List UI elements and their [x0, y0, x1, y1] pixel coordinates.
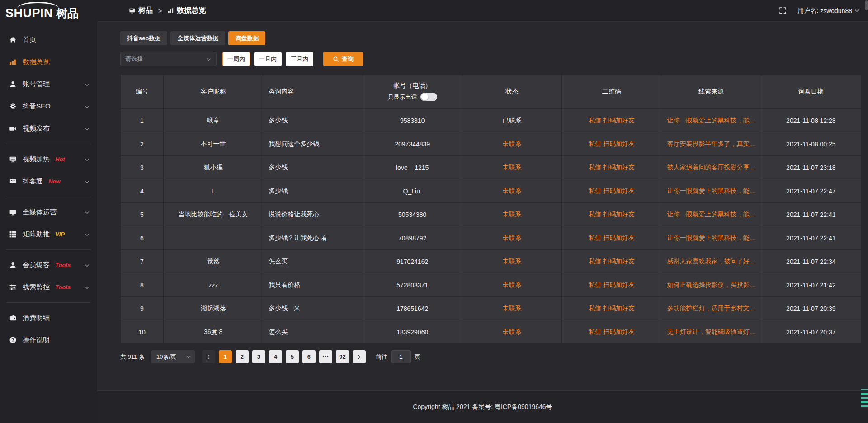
app-logo[interactable]: SHUPIN 树品 [0, 0, 97, 26]
page-button-3[interactable]: 3 [252, 350, 265, 363]
cell-source-link[interactable]: 让你一眼就爱上的黑科技，能... [661, 203, 761, 226]
table-row: 2不可一世我想问这个多少钱2097344839未联系私信 扫码加好友客厅安装投影… [121, 132, 861, 156]
user-icon [9, 80, 17, 88]
cell-status: 未联系 [462, 250, 562, 273]
cell-qrcode-link[interactable]: 私信 扫码加好友 [562, 297, 661, 320]
sidebar-item-label: 首页 [23, 36, 36, 44]
cell-account: 2097344839 [363, 132, 462, 156]
phone-only-label: 只显示电话 [388, 93, 417, 101]
cell-source-link[interactable]: 多功能护栏灯，适用于乡村文... [661, 297, 761, 320]
chevron-down-icon [84, 81, 90, 87]
cell-source-link[interactable]: 客厅安装投影半年多了，真实... [661, 132, 761, 156]
sidebar-item-抖客通[interactable]: 抖客通New [0, 170, 97, 193]
username-label: 用户名: [797, 7, 818, 15]
page-size-select[interactable]: 10条/页 [151, 350, 195, 363]
sidebar-item-视频发布[interactable]: 视频发布 [0, 118, 97, 140]
cell-source-link[interactable]: 如何正确选择投影仪，买投影... [661, 273, 761, 297]
breadcrumb-item-树品[interactable]: 树品 [129, 6, 153, 15]
range-button-三月内[interactable]: 三月内 [286, 52, 313, 66]
scrollbar-thumb[interactable] [865, 0, 868, 10]
cell-qrcode-link[interactable]: 私信 扫码加好友 [562, 250, 661, 273]
cell-source-link[interactable]: 感谢大家喜欢我家，被问了好... [661, 250, 761, 273]
tab-询盘数据[interactable]: 询盘数据 [228, 31, 265, 45]
sidebar-item-操作说明[interactable]: ?操作说明 [0, 329, 97, 351]
page-button-2[interactable]: 2 [236, 350, 249, 363]
cell-account: 183929060 [363, 320, 462, 344]
filter-select[interactable]: 请选择 [120, 52, 217, 66]
breadcrumb-item-数据总览[interactable]: 数据总览 [167, 6, 206, 15]
range-button-一月内[interactable]: 一月内 [254, 52, 282, 66]
chevron-down-icon [84, 209, 90, 215]
cell-source-link[interactable]: 让你一眼就爱上的黑科技，能... [661, 226, 761, 250]
column-header-date: 询盘日期 [761, 75, 861, 109]
phone-only-toggle[interactable] [420, 93, 437, 101]
page-button-5[interactable]: 5 [286, 350, 299, 363]
cell-date: 2021-11-07 22:41 [761, 203, 861, 226]
sidebar-item-消费明细[interactable]: 消费明细 [0, 307, 97, 329]
sidebar-item-label: 全媒体运营 [23, 208, 57, 216]
cell-date: 2021-11-07 20:39 [761, 297, 861, 320]
sidebar-item-矩阵助推[interactable]: 矩阵助推VIP [0, 223, 97, 245]
sidebar-divider [6, 249, 91, 250]
fullscreen-icon[interactable] [779, 7, 787, 14]
cell-qrcode-link[interactable]: 私信 扫码加好友 [562, 132, 661, 156]
cell-status: 未联系 [462, 297, 562, 320]
cell-id: 10 [121, 320, 164, 344]
search-button[interactable]: 查询 [323, 52, 363, 66]
cell-source-link[interactable]: 被大家追着问的客厅投影分享... [661, 156, 761, 179]
cell-content: 多少钱 [263, 179, 363, 203]
sidebar-item-线索监控[interactable]: 线索监控Tools [0, 276, 97, 298]
cell-qrcode-link[interactable]: 私信 扫码加好友 [562, 109, 661, 132]
next-page-button[interactable] [353, 350, 366, 363]
cell-qrcode-link[interactable]: 私信 扫码加好友 [562, 179, 661, 203]
sidebar-item-会员爆客[interactable]: 会员爆客Tools [0, 254, 97, 276]
cell-status: 未联系 [462, 132, 562, 156]
chevron-down-icon [206, 56, 212, 62]
cell-qrcode-link[interactable]: 私信 扫码加好友 [562, 226, 661, 250]
prev-page-button[interactable] [202, 350, 215, 363]
cell-qrcode-link[interactable]: 私信 扫码加好友 [562, 273, 661, 297]
table-header-row: 编号 客户昵称 咨询内容 帐号（电话） 只显示电话 状态 二维码 线索来源 询盘… [121, 75, 861, 109]
floating-widget[interactable] [861, 385, 868, 408]
tab-全媒体运营数据[interactable]: 全媒体运营数据 [170, 31, 225, 45]
cell-nickname: zzz [164, 273, 263, 297]
range-button-一周内[interactable]: 一周内 [222, 52, 250, 66]
page-more-button[interactable]: ••• [319, 350, 332, 363]
cell-id: 5 [121, 203, 164, 226]
sidebar-nav: 首页数据总览账号管理抖音SEO视频发布视频加热Hot抖客通New全媒体运营矩阵助… [0, 26, 97, 351]
bar-chart-icon [167, 7, 174, 14]
tab-抖音seo数据[interactable]: 抖音seo数据 [120, 31, 167, 45]
cell-account: love__1215 [363, 156, 462, 179]
sidebar-item-抖音SEO[interactable]: 抖音SEO [0, 95, 97, 118]
cell-qrcode-link[interactable]: 私信 扫码加好友 [562, 203, 661, 226]
cell-source-link[interactable]: 让你一眼就爱上的黑科技，能... [661, 109, 761, 132]
cell-qrcode-link[interactable]: 私信 扫码加好友 [562, 156, 661, 179]
cell-account: 9583810 [363, 109, 462, 132]
table-row: 9湖起湖落多少钱一米178651642未联系私信 扫码加好友多功能护栏灯，适用于… [121, 297, 861, 320]
cell-source-link[interactable]: 无主灯设计，智能磁吸轨道灯... [661, 320, 761, 344]
sidebar-item-账号管理[interactable]: 账号管理 [0, 73, 97, 95]
sidebar-item-视频加热[interactable]: 视频加热Hot [0, 148, 97, 170]
cell-source-link[interactable]: 让你一眼就爱上的黑科技，能... [661, 179, 761, 203]
filter-select-placeholder: 请选择 [125, 55, 143, 63]
cell-nickname: 湖起湖落 [164, 297, 263, 320]
cell-account: Q_Liu. [363, 179, 462, 203]
sidebar-item-全媒体运营[interactable]: 全媒体运营 [0, 201, 97, 223]
page-button-92[interactable]: 92 [336, 350, 349, 363]
page-button-4[interactable]: 4 [269, 350, 282, 363]
goto-page-input[interactable] [391, 350, 411, 363]
cell-status: 未联系 [462, 320, 562, 344]
cell-nickname [164, 226, 263, 250]
sidebar-item-label: 账号管理 [23, 80, 50, 89]
user-menu[interactable]: 用户名: zswodun88 [797, 7, 860, 15]
sidebar-item-首页[interactable]: 首页 [0, 29, 97, 51]
user-area: 用户名: zswodun88 [779, 7, 860, 15]
page-button-6[interactable]: 6 [302, 350, 316, 363]
gear-icon [9, 103, 17, 110]
cell-id: 2 [121, 132, 164, 156]
cell-qrcode-link[interactable]: 私信 扫码加好友 [562, 320, 661, 344]
sidebar-item-数据总览[interactable]: 数据总览 [0, 51, 97, 73]
page-button-1[interactable]: 1 [219, 350, 232, 363]
cell-id: 3 [121, 156, 164, 179]
table-row: 7觉然怎么买917024162未联系私信 扫码加好友感谢大家喜欢我家，被问了好.… [121, 250, 861, 273]
